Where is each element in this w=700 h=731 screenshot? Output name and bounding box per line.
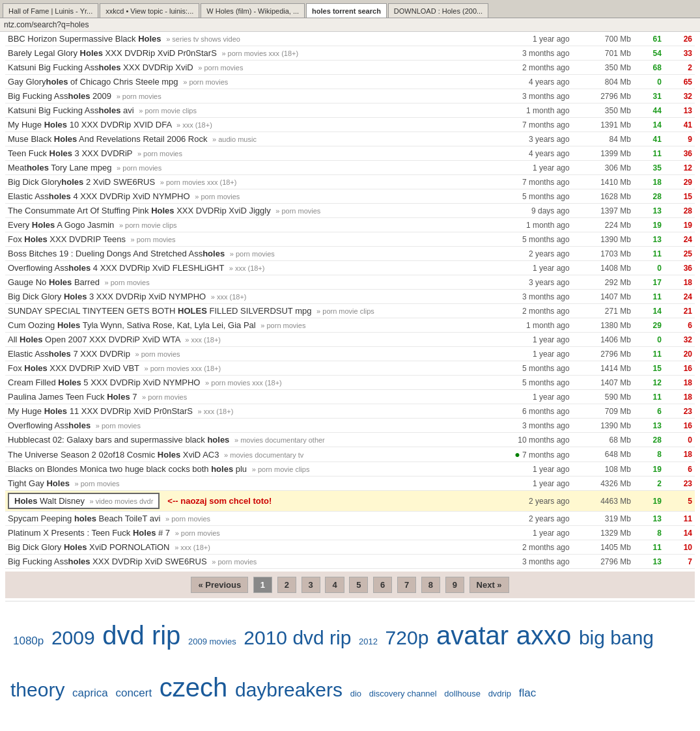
size-cell: 306 Mb (572, 161, 634, 175)
page-5[interactable]: 5 (349, 577, 368, 593)
tag-link[interactable]: concert (115, 687, 152, 699)
title-cell: All Holes Open 2007 XXX DVDRiP XviD WTA … (5, 333, 465, 347)
page-7[interactable]: 7 (397, 577, 416, 593)
result-title-link[interactable]: The Consummate Art Of Stuffing Pink Hole… (8, 206, 271, 215)
size-cell: 2796 Mb (572, 347, 634, 361)
result-title-link[interactable]: Cream Filled Holes 5 XXX DVDRip XviD NYM… (8, 378, 200, 387)
seeds-cell: 28 (634, 433, 664, 447)
tag-link[interactable]: 2010 dvd rip (244, 627, 351, 648)
seeds-cell: 29 (634, 318, 664, 333)
tag-link[interactable]: avatar (436, 621, 509, 650)
size-cell: 1414 Mb (572, 361, 634, 376)
table-row: Overflowing Assholes 4 XXX DVDRip XviD F… (5, 261, 695, 275)
tag-link[interactable]: caprica (72, 687, 108, 699)
title-cell: Big Fucking Assholes XXX DVDRip XviD SWE… (5, 555, 465, 569)
result-title-link[interactable]: Elastic Assholes 4 XXX DVDRip XviD NYMPH… (8, 191, 190, 201)
seeds-cell: 14 (634, 118, 664, 132)
category: » series tv shows video (166, 35, 240, 43)
tab-2[interactable]: xxkcd • View topic - luinis:... (100, 3, 199, 18)
result-title-link[interactable]: Elastic Assholes 7 XXX DVDRip (8, 349, 130, 359)
result-title-link[interactable]: Barely Legal Glory Holes XXX DVDRip XviD… (8, 48, 217, 58)
result-title-link[interactable]: Gauge No Holes Barred (8, 277, 100, 287)
result-title-link[interactable]: Big Dick Glory Holes XviD PORNOLATiON (8, 542, 170, 552)
seeds-cell: 19 (634, 218, 664, 232)
tag-link[interactable]: 720p (385, 627, 429, 648)
result-title-link[interactable]: BBC Horizon Supermassive Black Holes (8, 34, 161, 44)
result-title-link[interactable]: Big Dick Glory Holes 3 XXX DVDRip XviD N… (8, 292, 206, 301)
tag-link[interactable]: 2012 (359, 637, 378, 646)
date-cell: 1 month ago (465, 318, 572, 333)
result-title-link[interactable]: SUNDAY SPECIAL TINYTEEN GETS BOTH HOLES … (8, 306, 311, 316)
size-cell: 1390 Mb (572, 232, 634, 247)
page-6[interactable]: 6 (373, 577, 392, 593)
prev-button[interactable]: « Previous (191, 577, 248, 593)
address-bar[interactable]: ntz.com/search?q=holes (0, 18, 700, 32)
leeches-cell: 18 (664, 275, 695, 290)
tag-link[interactable]: 2009 (51, 627, 95, 648)
result-title-link[interactable]: Boss Bitches 19 : Dueling Dongs And Stre… (8, 249, 225, 258)
size-cell: 224 Mb (572, 218, 634, 232)
tag-link[interactable]: czech (160, 673, 228, 702)
leeches-cell: 26 (664, 32, 695, 46)
result-title-link[interactable]: Overflowing Assholes 4 XXX DVDRip XviD F… (8, 263, 224, 273)
page-9[interactable]: 9 (445, 577, 464, 593)
result-title-link[interactable]: Teen Fuck Holes 3 XXX DVDRiP (8, 148, 132, 158)
result-title-link[interactable]: Fox Holes XXX DVDRiP XviD VBT (8, 363, 139, 373)
result-title-link[interactable]: Tight Gay Holes (8, 478, 70, 488)
page-8[interactable]: 8 (421, 577, 440, 593)
result-title-link[interactable]: The Universe Season 2 02of18 Cosmic Hole… (8, 450, 219, 460)
tag-link[interactable]: daybreakers (235, 679, 343, 700)
page-2[interactable]: 2 (277, 577, 296, 593)
tag-link[interactable]: dvdrip (488, 689, 511, 698)
result-title-link[interactable]: Platinum X Presents : Teen Fuck Holes # … (8, 528, 170, 538)
tab-4-active[interactable]: holes torrent search (306, 3, 387, 18)
result-title-link[interactable]: Blacks on Blondes Monica two huge black … (8, 464, 247, 474)
result-title-link[interactable]: Muse Black Holes And Revelations Retail … (8, 134, 207, 144)
page-4[interactable]: 4 (325, 577, 344, 593)
next-button[interactable]: Next » (469, 577, 509, 593)
table-row: Blacks on Blondes Monica two huge black … (5, 462, 695, 476)
tab-3[interactable]: W Holes (film) - Wikipedia, ... (201, 3, 305, 18)
leeches-cell: 9 (664, 132, 695, 146)
tag-link[interactable]: 1080p (13, 635, 44, 647)
result-title-link[interactable]: Big Fucking Assholes XXX DVDRip XviD SWE… (8, 557, 207, 566)
result-title-link[interactable]: My Huge Holes 11 XXX DVDRip XviD Pr0nSta… (8, 406, 193, 416)
seeds-cell: 11 (634, 347, 664, 361)
tag-link[interactable]: flac (519, 687, 536, 699)
seeds-cell: 11 (634, 290, 664, 304)
tag-link[interactable]: dvd rip (102, 621, 180, 650)
result-title-link[interactable]: Spycam Peeping holes Beach ToileT avi (8, 514, 160, 523)
result-title-link[interactable]: Big Dick Gloryholes 2 XviD SWE6RUS (8, 177, 155, 187)
result-title-link[interactable]: My Huge Holes 10 XXX DVDRip XVID DFA (8, 120, 171, 130)
tag-link[interactable]: dio (350, 689, 361, 698)
seeds-cell: 6 (634, 404, 664, 419)
date-cell: 1 year ago (465, 390, 572, 404)
result-title-link[interactable]: Overflowing Assholes (8, 421, 91, 430)
result-title-link[interactable]: Holes Walt Disney (14, 496, 85, 506)
result-title-link[interactable]: Gay Gloryholes of Chicago Chris Steele m… (8, 77, 178, 87)
page-1[interactable]: 1 (253, 577, 272, 593)
tab-1[interactable]: Hall of Fame | Luinis - Yr... (3, 3, 98, 18)
result-title-link[interactable]: Meatholes Tory Lane mpeg (8, 163, 111, 172)
table-row: Fox Holes XXX DVDRiP XviD VBT » porn mov… (5, 361, 695, 376)
result-title-link[interactable]: Fox Holes XXX DVDRIP Teens (8, 234, 126, 244)
result-title-link[interactable]: Cum Oozing Holes Tyla Wynn, Sativa Rose,… (8, 320, 256, 330)
result-title-link[interactable]: Katsuni Big Fucking Assholes XXX DVDRip … (8, 62, 193, 72)
tag-link[interactable]: axxo (516, 621, 572, 650)
result-title-link[interactable]: Katsuni Big Fucking Assholes avi (8, 105, 134, 115)
date-cell: 3 months ago (465, 290, 572, 304)
result-title-link[interactable]: Every Holes A Gogo Jasmin (8, 220, 114, 230)
result-title-link[interactable]: Paulina James Teen Fuck Holes 7 (8, 392, 137, 402)
date-cell: 5 months ago (465, 189, 572, 204)
title-cell: BBC Horizon Supermassive Black Holes » s… (5, 32, 465, 46)
tag-link[interactable]: 2009 movies (188, 637, 236, 646)
page-3[interactable]: 3 (301, 577, 320, 593)
size-cell: 108 Mb (572, 462, 634, 476)
result-title-link[interactable]: Big Fucking Assholes 2009 (8, 91, 111, 101)
tag-link[interactable]: discovery channel (369, 689, 437, 698)
tag-link[interactable]: dollhouse (444, 689, 481, 698)
date-cell: 5 months ago (465, 376, 572, 390)
result-title-link[interactable]: All Holes Open 2007 XXX DVDRiP XviD WTA (8, 335, 180, 344)
tab-5[interactable]: DOWNLOAD : Holes (200... (388, 3, 488, 18)
result-title-link[interactable]: Hubblecast 02: Galaxy bars and supermass… (8, 435, 229, 445)
